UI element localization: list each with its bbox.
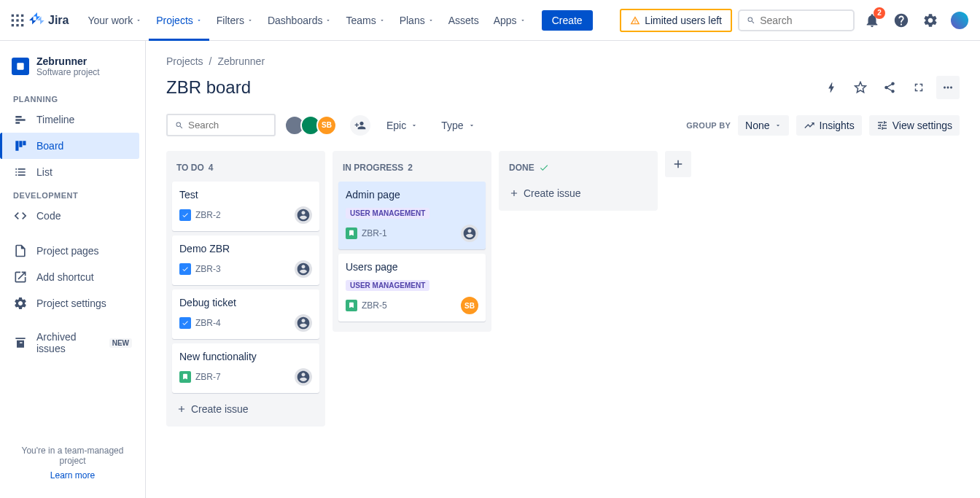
type-filter[interactable]: Type [434, 115, 482, 136]
group-by-dropdown[interactable]: None [738, 115, 788, 136]
create-issue-button[interactable]: Create issue [505, 182, 652, 205]
board-title: ZBR board [166, 77, 251, 98]
column-header: DONE [505, 157, 652, 182]
svg-rect-5 [21, 19, 23, 21]
svg-rect-7 [16, 24, 18, 26]
view-settings-button[interactable]: View settings [869, 115, 960, 136]
chevron-down-icon [428, 17, 434, 23]
issue-key: ZBR-1 [346, 227, 387, 239]
chevron-down-icon [136, 17, 141, 23]
sidebar-learn-more-link[interactable]: Learn more [12, 470, 133, 481]
limited-users-warning[interactable]: Limited users left [620, 9, 732, 32]
automation-icon[interactable] [820, 76, 843, 99]
issue-card[interactable]: Admin pageUSER MANAGEMENTZBR-1 [338, 182, 486, 249]
issue-card[interactable]: Users pageUSER MANAGEMENTZBR-5SB [338, 254, 486, 322]
more-icon[interactable] [936, 76, 960, 99]
issue-card[interactable]: TestZBR-2 [172, 182, 319, 231]
sidebar-footer-text: You're in a team-managed project [12, 446, 133, 466]
card-title: New functionality [179, 351, 312, 362]
issue-card[interactable]: Debug ticketZBR-4 [172, 289, 319, 339]
board-search[interactable] [166, 114, 276, 136]
sidebar-item-board[interactable]: Board [0, 133, 139, 159]
nav-item-projects[interactable]: Projects [149, 9, 209, 32]
new-badge: NEW [109, 338, 132, 348]
nav-item-filters[interactable]: Filters [209, 9, 260, 32]
sidebar-item-code[interactable]: Code [6, 203, 139, 229]
app-switcher-icon[interactable] [9, 12, 26, 29]
project-type-label: Software project [36, 67, 100, 77]
sidebar-item-archived-issues[interactable]: Archived issues NEW [6, 325, 139, 360]
issue-card[interactable]: Demo ZBRZBR-3 [172, 236, 319, 285]
star-icon[interactable] [849, 76, 872, 99]
task-icon [179, 209, 191, 221]
issue-card[interactable]: New functionalityZBR-7 [172, 343, 319, 393]
settings-icon[interactable] [919, 9, 942, 32]
code-icon [13, 209, 28, 223]
profile-avatar[interactable] [948, 9, 971, 32]
task-icon [179, 317, 191, 329]
sidebar-section-development: Development [6, 185, 139, 203]
chevron-down-icon [379, 17, 385, 23]
fullscreen-icon[interactable] [907, 76, 930, 99]
epic-filter[interactable]: Epic [379, 115, 425, 136]
sidebar-item-list[interactable]: List [6, 159, 139, 185]
issue-key: ZBR-4 [179, 317, 221, 329]
nav-item-assets[interactable]: Assets [441, 9, 486, 32]
nav-item-dashboards[interactable]: Dashboards [260, 9, 339, 32]
breadcrumb-projects[interactable]: Projects [166, 55, 203, 67]
nav-item-plans[interactable]: Plans [392, 9, 441, 32]
create-button[interactable]: Create [542, 10, 593, 31]
create-issue-button[interactable]: Create issue [172, 397, 319, 421]
breadcrumb-project[interactable]: Zebrunner [217, 55, 265, 67]
search-input[interactable] [760, 15, 846, 26]
add-column-button[interactable] [665, 151, 691, 177]
sidebar-label: Project pages [36, 245, 99, 257]
board-search-input[interactable] [188, 120, 267, 131]
project-icon [12, 58, 29, 75]
sidebar-item-timeline[interactable]: Timeline [6, 106, 139, 133]
group-by-label: GROUP BY [686, 121, 731, 130]
board-icon [13, 139, 28, 153]
svg-rect-3 [12, 19, 14, 21]
sidebar-item-project-settings[interactable]: Project settings [6, 290, 139, 316]
insights-button[interactable]: Insights [796, 115, 862, 136]
unassigned-icon [295, 314, 312, 332]
sidebar-label: Archived issues [36, 331, 101, 354]
jira-logo-text: Jira [48, 14, 69, 27]
svg-rect-8 [21, 24, 23, 26]
warning-label: Limited users left [645, 15, 722, 26]
card-title: Demo ZBR [179, 243, 312, 254]
column-to-do: TO DO4TestZBR-2Demo ZBRZBR-3Debug ticket… [166, 151, 325, 427]
list-icon [13, 165, 28, 179]
sidebar-label: Timeline [36, 114, 74, 125]
jira-logo[interactable]: Jira [29, 12, 69, 28]
help-icon[interactable] [890, 9, 913, 32]
add-person-button[interactable] [350, 115, 370, 136]
sidebar-label: List [36, 166, 52, 178]
nav-item-your-work[interactable]: Your work [80, 9, 149, 32]
sidebar-item-project-pages[interactable]: Project pages [6, 238, 139, 264]
chevron-down-icon [247, 17, 253, 23]
nav-item-apps[interactable]: Apps [486, 9, 533, 32]
assignee-avatar[interactable]: SB [316, 115, 337, 136]
story-icon [346, 227, 357, 239]
unassigned-icon [295, 260, 312, 278]
shortcut-icon [13, 270, 28, 284]
sidebar-label: Project settings [36, 297, 106, 309]
plus-icon [176, 404, 187, 414]
project-header[interactable]: Zebrunner Software project [6, 52, 139, 89]
breadcrumb: Projects / Zebrunner [166, 55, 960, 67]
share-icon[interactable] [878, 76, 901, 99]
issue-key: ZBR-7 [179, 371, 221, 383]
assignee-avatar: SB [461, 297, 478, 314]
plus-icon [509, 188, 519, 198]
notifications-icon[interactable] [860, 9, 884, 32]
issue-key: ZBR-5 [346, 300, 387, 311]
nav-item-teams[interactable]: Teams [338, 9, 392, 32]
sidebar-item-add-shortcut[interactable]: Add shortcut [6, 264, 139, 290]
card-title: Debug ticket [179, 297, 312, 308]
page-icon [13, 244, 28, 258]
global-search[interactable] [738, 9, 855, 31]
story-icon [179, 371, 191, 383]
column-done: DONECreate issue [499, 151, 658, 211]
